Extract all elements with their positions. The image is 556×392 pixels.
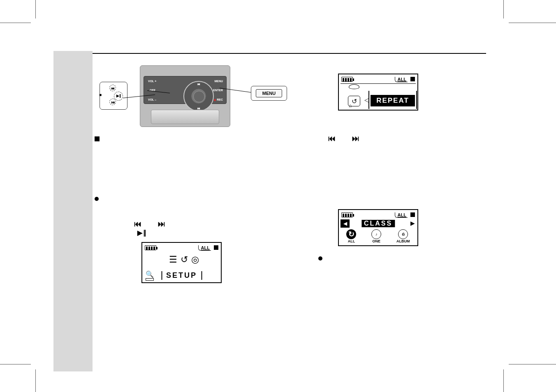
step-bullet-icon (95, 197, 99, 201)
class-option-label: ALBUM (396, 239, 410, 243)
label-vol-minus: VOL – (148, 98, 156, 101)
crop-mark (35, 369, 36, 392)
disc-icon: ◎ (191, 254, 199, 265)
mode-all-label: ALL (395, 212, 408, 218)
disc-icon (349, 84, 359, 89)
device-control-panel: VOL + OFF VOL – MENU ENTER REC ⏮ ▶∥ ⏭ (144, 76, 227, 104)
crop-mark (0, 23, 31, 23)
skip-back-icon: ⏮ (111, 86, 115, 90)
class-left-arrow: ◀ (341, 219, 350, 228)
nav-wheel: ⏮ ▶∥ ⏭ (183, 81, 214, 111)
loop-icon: ↻ (346, 229, 356, 239)
device-grip (151, 110, 219, 124)
class-option-all: ↻ ALL (346, 229, 356, 243)
class-option-one: ♪ ONE (371, 229, 381, 243)
mode-all-label: ALL (395, 77, 408, 82)
album-icon: ⎙ (402, 232, 404, 236)
lcd-setup-screen: ALL ☰ ↺ ◎ 🔍 SETUP (141, 242, 222, 283)
label-menu: MENU (214, 80, 223, 83)
lcd-repeat-title: REPEAT (371, 95, 415, 106)
skip-back-icon: ⏮ (134, 220, 142, 228)
skip-back-icon: ⏮ (328, 134, 336, 143)
battery-icon (341, 212, 353, 217)
skip-fwd-icon: ⏭ (111, 100, 115, 104)
crop-mark (35, 0, 36, 18)
crop-mark (509, 364, 556, 364)
nav-center-icon: ▶∥ (197, 95, 201, 98)
nav-down-icon: ⏭ (197, 107, 200, 110)
label-vol-plus: VOL + (148, 80, 156, 83)
tab-indicator (146, 278, 154, 281)
section-bullet-icon (95, 136, 100, 141)
device-illustration: VOL + OFF VOL – MENU ENTER REC ⏮ ▶∥ ⏭ ■ (123, 65, 247, 131)
step-bullet-icon (318, 256, 322, 261)
lcd-repeat-screen: ALL ◁ ⌂ REPEAT (338, 74, 418, 111)
callout-jog-dial: ■ ⏮ ▶∥ ⏭ (100, 82, 127, 110)
label-enter: ENTER (213, 89, 223, 92)
transport-glyph-row: ⏮ ⏭ (134, 219, 166, 228)
class-option-album: ⎙ ALBUM (396, 229, 410, 243)
device-body: VOL + OFF VOL – MENU ENTER REC ⏮ ▶∥ ⏭ (140, 65, 230, 127)
page-sidebar (53, 51, 93, 371)
setup-icons-row: ☰ ↺ ◎ (151, 254, 218, 271)
play-pause-icon: ▶∥ (116, 94, 121, 98)
mode-all-label: ALL (198, 245, 211, 251)
label-rec: REC (214, 98, 223, 101)
stop-icon (410, 77, 415, 81)
skip-fwd-icon: ⏭ (352, 134, 360, 143)
class-right-arrow: ▶ (410, 220, 415, 226)
class-option-label: ALL (348, 239, 355, 243)
stop-icon (410, 212, 415, 217)
manual-page: VOL + OFF VOL – MENU ENTER REC ⏮ ▶∥ ⏭ ■ (53, 2, 486, 371)
search-icon: 🔍 (146, 270, 154, 278)
menu-button: MENU (256, 89, 282, 97)
repeat-icon: ↺ (181, 254, 188, 265)
crop-mark (503, 369, 504, 392)
lcd-class-screen: ALL ◀ CLASS ▶ ↻ ALL ♪ ONE ⎙ ALBUM (338, 209, 418, 246)
play-pause-icon: ▶∥ (137, 229, 147, 237)
transport-glyph-row: ⏮ ⏭ (328, 134, 360, 143)
lcd-setup-title: SETUP (161, 271, 202, 280)
divider (341, 83, 416, 84)
class-options-row: ↻ ALL ♪ ONE ⎙ ALBUM (339, 230, 417, 243)
crop-mark (503, 0, 504, 18)
lcd-class-title: CLASS (361, 220, 395, 227)
eq-icon: ☰ (169, 254, 177, 265)
stop-icon: ■ (99, 92, 102, 97)
note-icon: ♪ (375, 232, 378, 236)
section-rule (93, 53, 486, 54)
callout-menu-button: MENU (251, 86, 287, 101)
crop-mark (0, 364, 31, 364)
class-option-label: ONE (372, 239, 380, 243)
skip-fwd-icon: ⏭ (158, 220, 166, 228)
battery-icon (341, 77, 353, 82)
nav-up-icon: ⏮ (197, 83, 200, 85)
folder-icon: ⌂ (349, 103, 352, 108)
battery-icon (145, 245, 156, 250)
crop-mark (509, 23, 556, 23)
stop-icon (214, 245, 218, 250)
